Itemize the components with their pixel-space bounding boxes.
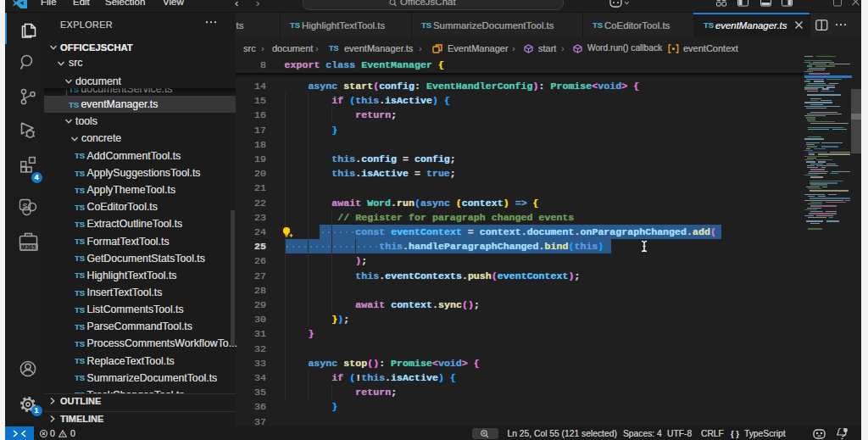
- svg-text:S: S: [22, 202, 27, 210]
